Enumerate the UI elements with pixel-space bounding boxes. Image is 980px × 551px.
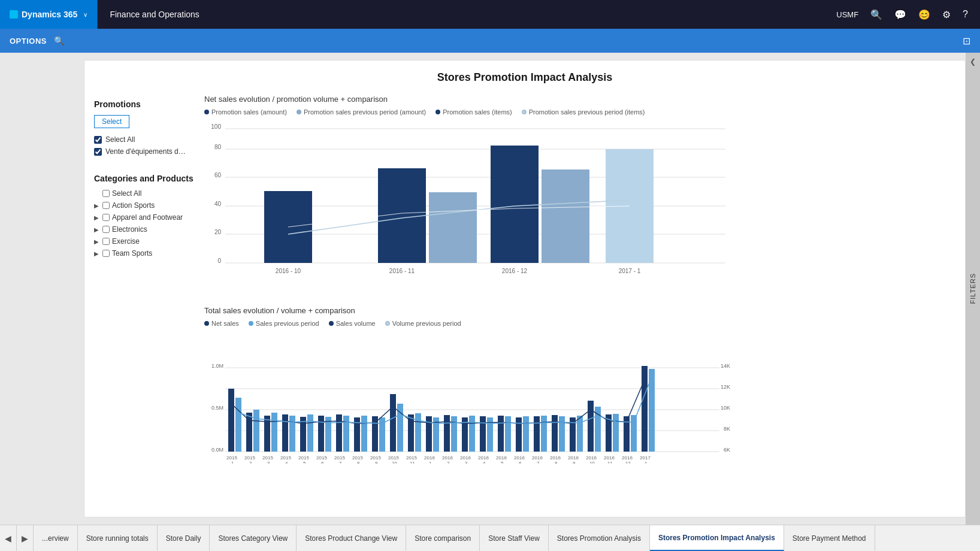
cat-exercise-label: Exercise: [112, 237, 140, 246]
promotion-selectall-label: Select All: [105, 135, 135, 144]
y-right-10k: 10K: [721, 405, 730, 411]
cat-teamsports-checkbox[interactable]: [102, 250, 110, 257]
bar-2015-4: [282, 414, 288, 452]
cat-exercise-arrow: ▶: [94, 238, 100, 245]
dynamics-brand[interactable]: Dynamics 365 ∨: [0, 0, 98, 29]
options-button[interactable]: OPTIONS: [10, 37, 47, 46]
options-bar: OPTIONS 🔍 ⊡: [0, 29, 980, 53]
promotion-football-checkbox[interactable]: [94, 148, 102, 156]
legend2-label3: Sales volume: [336, 320, 376, 327]
x-label-2016-11: 2016 - 11: [389, 268, 415, 274]
bar-2015-3-prev: [271, 413, 277, 452]
x-label: 2016: [424, 455, 435, 461]
bar-2016-8: [552, 415, 558, 452]
nav-user[interactable]: USMF: [831, 7, 863, 23]
user-nav-button[interactable]: 😊: [914, 5, 935, 24]
tab-overview[interactable]: ...erview: [34, 525, 78, 551]
dynamics-logo-icon: [10, 10, 18, 19]
settings-nav-button[interactable]: ⚙: [937, 5, 955, 24]
cat-apparel-checkbox[interactable]: [102, 214, 110, 221]
brand-chevron-icon: ∨: [83, 11, 87, 18]
bar-2015-1-prev: [235, 398, 241, 452]
legend1-label3: Promotion sales (items): [443, 108, 512, 116]
promotions-section-title: Promotions: [94, 99, 195, 109]
select-button[interactable]: Select: [94, 115, 129, 128]
tab-store-daily[interactable]: Store Daily: [158, 525, 210, 551]
x-label: 2016: [622, 455, 633, 461]
x-label-2016-10: 2016 - 10: [276, 268, 301, 274]
chart2-title: Total sales evolution / volume + compari…: [204, 306, 955, 315]
filters-label: FILTERS: [969, 273, 976, 304]
bar-2016-12-amount: [491, 146, 539, 263]
x-label: 2016: [532, 455, 543, 461]
cat-electronics-item[interactable]: ▶ Electronics: [94, 225, 195, 234]
cat-exercise-checkbox[interactable]: [102, 238, 110, 245]
x-label: 2015: [226, 455, 237, 461]
x-label: 2016: [586, 455, 597, 461]
tab-store-payment-method[interactable]: Store Payment Method: [784, 525, 875, 551]
y-left-1: 1.0M: [211, 363, 223, 369]
legend1-label2: Promotion sales previous period (amount): [304, 108, 426, 116]
x-label: -1: [643, 461, 648, 464]
cat-exercise-item[interactable]: ▶ Exercise: [94, 237, 195, 246]
tab-store-comparison[interactable]: Store comparison: [406, 525, 480, 551]
bar-2016-11-amount: [378, 168, 426, 263]
cat-teamsports-item[interactable]: ▶ Team Sports: [94, 249, 195, 258]
tab-overview-label: ...erview: [42, 534, 69, 543]
y-axis-label: 20: [214, 229, 222, 235]
options-search-icon[interactable]: 🔍: [54, 36, 64, 46]
promotion-selectall-checkbox[interactable]: [94, 136, 102, 144]
search-nav-button[interactable]: 🔍: [866, 5, 887, 24]
tab-store-staff-view-label: Store Staff View: [488, 534, 540, 543]
cat-teamsports-arrow: ▶: [94, 250, 100, 257]
cat-electronics-checkbox[interactable]: [102, 226, 110, 233]
chart1-section: Net sales evolution / promotion volume +…: [204, 95, 955, 296]
bar-2015-7-prev: [343, 416, 349, 452]
options-right: ⊡: [963, 35, 970, 47]
x-label: 2016: [496, 455, 507, 461]
cat-selectall-item[interactable]: Select All: [94, 189, 195, 198]
y-left-05: 0.5M: [211, 405, 223, 411]
cat-apparel-item[interactable]: ▶ Apparel and Footwear: [94, 213, 195, 222]
bar-2015-4-prev: [289, 416, 295, 452]
cat-actionsports-label: Action Sports: [112, 201, 155, 210]
x-label: -4: [481, 461, 486, 464]
bar-2015-10: [390, 394, 396, 452]
cat-actionsports-item[interactable]: ▶ Action Sports: [94, 201, 195, 210]
tab-prev-button[interactable]: ◀: [0, 525, 17, 551]
legend1-dot2: [297, 110, 301, 114]
bar-2016-6: [516, 417, 522, 452]
tab-stores-product-change[interactable]: Stores Product Change View: [297, 525, 406, 551]
main-area: Stores Promotion Impact Analysis Promoti…: [0, 53, 980, 525]
filters-side[interactable]: ❮ FILTERS: [966, 53, 980, 525]
tab-stores-promotion-impact-analysis[interactable]: Stores Promotion Impact Analysis: [650, 525, 784, 551]
tab-stores-category-view[interactable]: Stores Category View: [210, 525, 297, 551]
charts-area: Net sales evolution / promotion volume +…: [204, 90, 965, 513]
cat-selectall-checkbox[interactable]: [102, 190, 110, 197]
x-label: -5: [499, 461, 504, 464]
x-label: -1: [427, 461, 432, 464]
promotion-football-item[interactable]: Vente d'équipements de football pour la …: [94, 147, 195, 156]
collapse-button[interactable]: ⊡: [963, 35, 970, 47]
tab-next-button[interactable]: ▶: [17, 525, 34, 551]
cat-electronics-label: Electronics: [112, 225, 147, 234]
nav-right-icons: USMF 🔍 💬 😊 ⚙ ?: [831, 5, 980, 24]
cat-apparel-arrow: ▶: [94, 214, 100, 221]
tab-stores-promotion-analysis[interactable]: Stores Promotion Analysis: [549, 525, 650, 551]
x-label: -5: [301, 461, 306, 464]
tab-store-staff-view[interactable]: Store Staff View: [480, 525, 549, 551]
filters-arrow-icon: ❮: [970, 57, 976, 66]
tab-store-daily-label: Store Daily: [166, 534, 201, 543]
cat-actionsports-checkbox[interactable]: [102, 202, 110, 209]
promotion-selectall-item[interactable]: Select All: [94, 135, 195, 144]
chat-nav-button[interactable]: 💬: [890, 5, 911, 24]
x-label: -10: [390, 461, 397, 464]
y-right-6k: 6K: [724, 447, 730, 453]
tab-store-running-totals-label: Store running totals: [86, 534, 149, 543]
tab-store-running-totals[interactable]: Store running totals: [78, 525, 158, 551]
x-label: -8: [355, 461, 360, 464]
legend2-item4: Volume previous period: [385, 320, 461, 327]
legend1-item4: Promotion sales previous period (items): [522, 108, 645, 116]
help-nav-button[interactable]: ?: [958, 5, 973, 23]
top-nav: Dynamics 365 ∨ Finance and Operations US…: [0, 0, 980, 29]
